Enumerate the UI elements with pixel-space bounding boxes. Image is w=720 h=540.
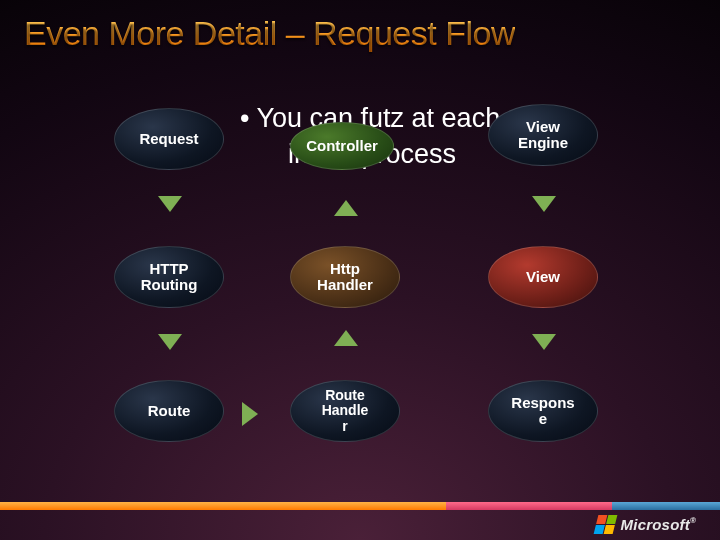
- node-label: View Engine: [518, 119, 568, 152]
- node-label: HTTP Routing: [141, 261, 198, 294]
- node-label: Route Handle r: [322, 388, 369, 434]
- node-view-engine: View Engine: [488, 104, 598, 166]
- accent-segment: [612, 502, 720, 510]
- arrow-down-icon: [158, 196, 182, 212]
- accent-segment: [446, 502, 612, 510]
- node-http-handler: Http Handler: [290, 246, 400, 308]
- node-route-handler: Route Handle r: [290, 380, 400, 442]
- arrow-down-icon: [532, 196, 556, 212]
- microsoft-logo: Microsoft®: [596, 515, 696, 534]
- arrow-up-icon: [334, 200, 358, 216]
- node-label: Http Handler: [317, 261, 373, 294]
- node-label: View: [526, 269, 560, 286]
- node-label: Route: [148, 403, 191, 420]
- node-view: View: [488, 246, 598, 308]
- accent-segment: [0, 502, 446, 510]
- microsoft-flag-icon: [593, 515, 617, 534]
- node-label: Respons e: [511, 395, 574, 428]
- node-response: Respons e: [488, 380, 598, 442]
- node-http-routing: HTTP Routing: [114, 246, 224, 308]
- node-route: Route: [114, 380, 224, 442]
- accent-bar: [0, 502, 720, 510]
- node-label: Request: [139, 131, 198, 148]
- node-label: Controller: [306, 138, 378, 155]
- diagram-canvas: Request Controller View Engine HTTP Rout…: [0, 0, 720, 540]
- node-controller: Controller: [290, 122, 394, 170]
- microsoft-wordmark: Microsoft®: [621, 516, 696, 533]
- node-request: Request: [114, 108, 224, 170]
- arrow-down-icon: [532, 334, 556, 350]
- arrow-right-icon: [242, 402, 258, 426]
- arrow-down-icon: [158, 334, 182, 350]
- arrow-up-icon: [334, 330, 358, 346]
